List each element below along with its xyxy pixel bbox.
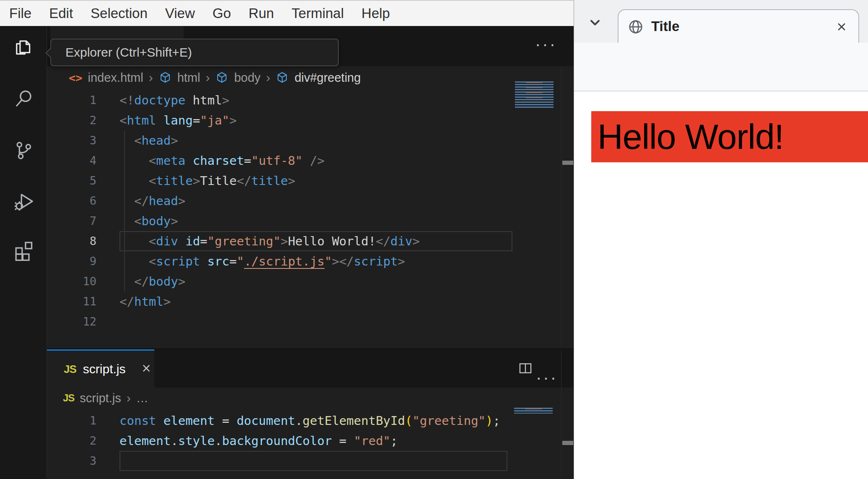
breadcrumb-file[interactable]: index.html: [88, 71, 143, 85]
minimap[interactable]: [514, 408, 553, 414]
code-line[interactable]: 3: [47, 451, 507, 471]
browser-tab-strip: Title: [574, 0, 868, 43]
symbol-cube-icon: [159, 71, 172, 85]
search-icon[interactable]: [13, 88, 34, 110]
code-line[interactable]: 2<html lang="ja">: [47, 110, 512, 130]
code-text: const element = document.getElementById(…: [96, 411, 500, 431]
menu-item-edit[interactable]: Edit: [49, 5, 73, 21]
scrollbar-slider[interactable]: [562, 441, 573, 445]
extensions-icon[interactable]: [13, 239, 34, 261]
line-number: 3: [47, 451, 96, 471]
line-number: 10: [47, 271, 96, 292]
vscode-window: File Edit Selection View Go Run Terminal…: [0, 0, 574, 479]
code-text: element.style.backgroundColor = "red";: [96, 431, 398, 451]
breadcrumb-body[interactable]: body: [234, 71, 260, 85]
line-number: 7: [47, 211, 96, 231]
code-text: </html>: [96, 292, 171, 312]
tab-label: script.js: [83, 362, 126, 376]
browser-tab-title: Title: [651, 10, 679, 43]
activity-bar: [0, 26, 47, 479]
code-line[interactable]: 10 </body>: [47, 271, 512, 292]
code-text: <!doctype html>: [96, 90, 229, 110]
js-file-icon: JS: [64, 363, 76, 376]
editor-actions-more-icon[interactable]: ···: [535, 38, 557, 50]
menu-bar: File Edit Selection View Go Run Terminal…: [0, 0, 574, 26]
menu-item-terminal[interactable]: Terminal: [291, 5, 344, 21]
code-text: <head>: [96, 130, 178, 151]
symbol-cube-icon: [215, 71, 229, 85]
code-line[interactable]: 11</html>: [47, 292, 512, 312]
explorer-icon[interactable]: [13, 37, 34, 59]
breadcrumb-more[interactable]: …: [136, 391, 148, 405]
menu-item-view[interactable]: View: [165, 5, 195, 21]
scrollbar[interactable]: [561, 350, 574, 479]
run-debug-icon[interactable]: [13, 190, 34, 212]
line-number: 3: [47, 130, 96, 151]
code-line[interactable]: 12: [47, 312, 512, 332]
close-tab-icon[interactable]: [140, 362, 153, 376]
breadcrumb-file[interactable]: script.js: [80, 391, 121, 405]
code-line[interactable]: 7 <body>: [47, 211, 512, 231]
menu-item-selection[interactable]: Selection: [91, 5, 148, 21]
code-text: <title>Title</title>: [96, 171, 295, 191]
minimap[interactable]: [515, 81, 554, 108]
line-number: 11: [47, 292, 96, 312]
code-line[interactable]: 1<!doctype html>: [47, 90, 512, 110]
explorer-tooltip: Explorer (Ctrl+Shift+E): [50, 39, 339, 66]
scrollbar[interactable]: [561, 66, 574, 348]
html-code-lines[interactable]: 1<!doctype html>2<html lang="ja">3 <head…: [47, 90, 512, 332]
browser-toolbar: ファイル /home/u: [574, 43, 868, 91]
browser-tab[interactable]: Title: [618, 9, 859, 43]
split-editor-icon[interactable]: [517, 360, 533, 376]
code-text: <script src="./script.js"></script>: [96, 251, 405, 271]
code-line[interactable]: 4 <meta charset="utf-8" />: [47, 151, 512, 171]
globe-icon: [628, 19, 644, 35]
html-file-icon: <>: [69, 71, 83, 84]
code-text: [96, 312, 120, 332]
browser-page: Hello World!: [574, 91, 868, 479]
menu-item-help[interactable]: Help: [361, 5, 390, 21]
close-tab-icon[interactable]: [836, 21, 847, 33]
breadcrumb-html[interactable]: html: [177, 71, 200, 85]
code-line[interactable]: 1const element = document.getElementById…: [47, 411, 507, 431]
code-text: <div id="greeting">Hello World!</div>: [96, 231, 420, 251]
hello-world-text: Hello World!: [591, 117, 784, 157]
js-editor-tab-bar: JS script.js ···: [47, 349, 574, 388]
menu-item-file[interactable]: File: [9, 5, 31, 21]
source-control-icon[interactable]: [13, 139, 34, 161]
breadcrumb: <> index.html › html › body ›: [47, 66, 574, 89]
line-number: 8: [47, 231, 96, 251]
indent-guide: [124, 130, 125, 292]
menu-item-go[interactable]: Go: [213, 5, 231, 21]
editor-actions-more-icon[interactable]: ···: [536, 371, 558, 384]
code-line[interactable]: 6 </head>: [47, 191, 512, 211]
js-file-icon: JS: [63, 392, 74, 404]
line-number: 9: [47, 251, 96, 271]
code-text: <body>: [96, 211, 178, 231]
scrollbar-slider[interactable]: [562, 161, 573, 165]
line-number: 4: [47, 151, 96, 171]
browser-window: Title: [574, 0, 868, 479]
code-line[interactable]: 9 <script src="./script.js"></script>: [47, 251, 512, 271]
code-text: </head>: [96, 191, 185, 211]
tab-script-js[interactable]: JS script.js: [47, 349, 154, 388]
chevron-down-icon[interactable]: [587, 15, 603, 30]
js-code-lines[interactable]: 1const element = document.getElementById…: [47, 411, 507, 471]
line-number: 2: [47, 110, 96, 130]
breadcrumb-separator: ›: [266, 70, 270, 85]
code-line[interactable]: 3 <head>: [47, 130, 512, 151]
line-number: 5: [47, 171, 96, 191]
code-text: <html lang="ja">: [96, 110, 236, 130]
line-number: 6: [47, 191, 96, 211]
code-line[interactable]: 5 <title>Title</title>: [47, 171, 512, 191]
symbol-cube-icon: [275, 71, 289, 85]
code-text: [96, 451, 120, 471]
menu-item-run[interactable]: Run: [249, 5, 274, 21]
code-line[interactable]: 8 <div id="greeting">Hello World!</div>: [47, 231, 512, 251]
breadcrumb-separator: ›: [205, 70, 210, 85]
code-line[interactable]: 2element.style.backgroundColor = "red";: [47, 431, 507, 451]
js-breadcrumb: JS script.js › …: [47, 388, 574, 409]
breadcrumb-separator: ›: [127, 391, 131, 405]
breadcrumb-div-greeting[interactable]: div#greeting: [294, 71, 361, 85]
line-number: 12: [47, 312, 96, 332]
